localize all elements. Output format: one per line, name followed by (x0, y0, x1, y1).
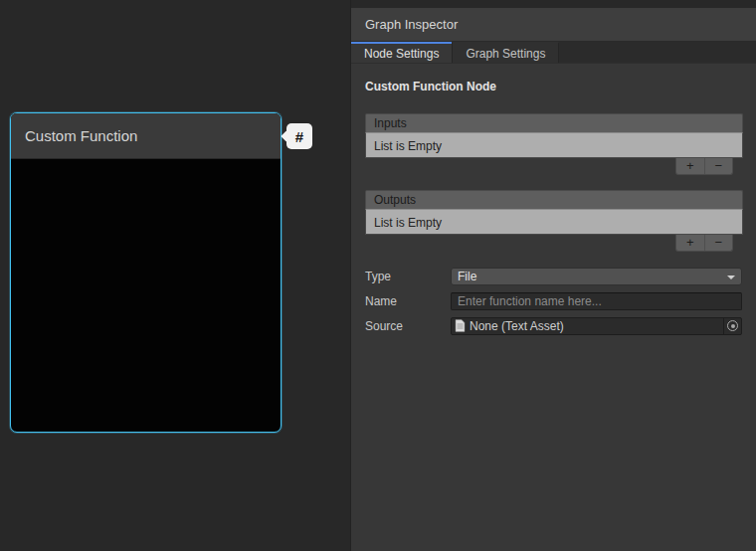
chevron-down-icon (727, 276, 735, 279)
source-value: None (Text Asset) (470, 319, 564, 333)
source-object-field[interactable]: None (Text Asset) (451, 317, 742, 335)
function-name-input[interactable] (451, 292, 742, 310)
node-fields: Type File Name Source (365, 267, 742, 335)
source-label: Source (365, 319, 451, 333)
inspector-header[interactable]: Graph Inspector (351, 8, 756, 42)
tab-graph-settings-label: Graph Settings (466, 47, 545, 61)
inputs-add-button[interactable]: + (676, 158, 705, 174)
inputs-remove-button[interactable]: − (705, 158, 733, 174)
outputs-remove-button[interactable]: − (705, 235, 733, 251)
custom-function-node[interactable]: Custom Function (10, 112, 282, 433)
outputs-list-empty-row: List is Empty (365, 209, 743, 235)
name-label: Name (365, 294, 451, 308)
panel-top-strip (351, 0, 756, 8)
inspector-content: Custom Function Node Inputs List is Empt… (351, 64, 756, 551)
graph-canvas[interactable]: Custom Function # (0, 0, 350, 551)
app-window: Custom Function # Graph Inspector Node S… (0, 0, 756, 551)
type-field-row: Type File (365, 267, 742, 285)
hash-badge-icon[interactable]: # (286, 123, 312, 149)
object-picker-button[interactable] (723, 318, 741, 334)
outputs-add-button[interactable]: + (676, 235, 705, 251)
type-dropdown-value: File (458, 270, 476, 283)
type-dropdown[interactable]: File (451, 268, 742, 285)
source-field-row: Source None (Text Asset) (365, 316, 742, 335)
tab-graph-settings[interactable]: Graph Settings (452, 42, 559, 63)
object-picker-icon (727, 320, 738, 331)
node-header[interactable]: Custom Function (11, 113, 281, 159)
inputs-list-header: Inputs (365, 113, 743, 132)
outputs-list-footer: + − (675, 235, 733, 252)
inspector-tabbar: Node Settings Graph Settings (351, 42, 756, 64)
node-title: Custom Function (25, 127, 137, 144)
tab-node-settings[interactable]: Node Settings (351, 42, 452, 63)
text-asset-icon (455, 319, 466, 332)
inputs-list-footer: + − (675, 158, 733, 175)
inspector-title: Graph Inspector (365, 17, 458, 32)
outputs-list-header: Outputs (365, 190, 743, 209)
outputs-list: Outputs List is Empty + − (365, 190, 743, 252)
inputs-list: Inputs List is Empty + − (365, 113, 743, 175)
name-field-row: Name (365, 291, 742, 310)
section-title: Custom Function Node (365, 80, 742, 93)
type-label: Type (365, 270, 451, 283)
tab-node-settings-label: Node Settings (364, 47, 439, 61)
graph-inspector-panel: Graph Inspector Node Settings Graph Sett… (350, 0, 756, 551)
inputs-list-empty-row: List is Empty (365, 132, 743, 158)
